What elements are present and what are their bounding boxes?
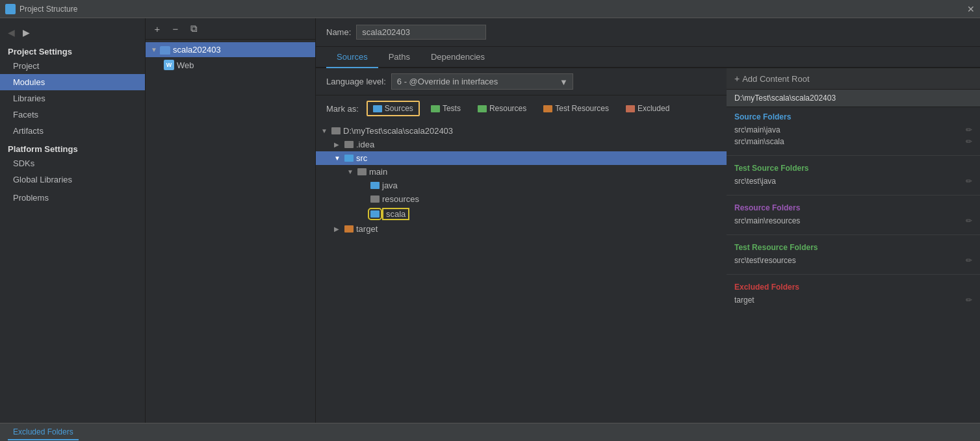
main-label: main <box>369 167 387 177</box>
divider-2 <box>727 195 980 195</box>
idea-label: .idea <box>356 140 374 149</box>
divider-1 <box>727 155 980 156</box>
testresources-folder-icon <box>543 105 552 112</box>
mark-testresources-button[interactable]: Test Resources <box>537 101 615 116</box>
sidebar-item-artifacts[interactable]: Artifacts <box>0 123 145 139</box>
sidebar-item-global-libraries[interactable]: Global Libraries <box>0 171 145 188</box>
tree-node-idea[interactable]: ▶ .idea <box>316 138 727 151</box>
sidebar-item-sdks[interactable]: SDKs <box>0 155 145 171</box>
tree-root-node[interactable]: ▼ D:\myTest\scala\scala202403 <box>316 124 727 138</box>
target-expand-arrow-icon: ▶ <box>334 225 342 233</box>
bottom-bar: Excluded Folders <box>0 423 980 441</box>
mark-sources-button[interactable]: Sources <box>367 101 420 116</box>
scala-folder-icon <box>370 210 380 218</box>
file-tree: ▼ D:\myTest\scala\scala202403 ▶ .idea ▼ <box>316 121 727 423</box>
resource-folders-title: Resource Folders <box>734 203 972 212</box>
edit-test-resource-path-button[interactable]: ✏ <box>966 256 972 265</box>
title-bar-title: Project Structure <box>19 5 77 14</box>
src-label: src <box>356 153 367 163</box>
mark-excluded-button[interactable]: Excluded <box>620 101 675 116</box>
module-item-web[interactable]: W Web <box>146 57 315 73</box>
source-path-text-2: src\main\scala <box>734 137 784 146</box>
module-item-scala202403[interactable]: ▼ scala202403 <box>146 42 315 57</box>
test-source-path-1: src\test\java ✏ <box>734 175 972 187</box>
info-panel: + Add Content Root D:\myTest\scala\scala… <box>727 68 980 423</box>
nav-forward-button[interactable]: ▶ <box>20 26 32 39</box>
edit-excluded-path-button[interactable]: ✏ <box>966 296 972 305</box>
name-row: Name: scala202403 <box>316 18 980 47</box>
edit-source-path-1-button[interactable]: ✏ <box>966 125 972 134</box>
remove-module-button[interactable]: − <box>169 22 182 35</box>
tree-node-src[interactable]: ▼ src <box>316 151 727 165</box>
excluded-path-1: target ✏ <box>734 294 972 306</box>
resources-label: resources <box>382 194 419 204</box>
tests-folder-icon <box>431 105 440 112</box>
add-content-root-button[interactable]: + Add Content Root <box>727 68 980 90</box>
tab-dependencies[interactable]: Dependencies <box>420 47 495 68</box>
add-module-button[interactable]: + <box>151 22 164 35</box>
web-module-icon: W <box>164 60 174 70</box>
sidebar-item-project[interactable]: Project <box>0 58 145 74</box>
module-toolbar: + − ⧉ <box>146 18 315 40</box>
sidebar: ◀ ▶ Project Settings Project Modules Lib… <box>0 18 146 423</box>
lang-level-select[interactable]: 6 - @Override in interfaces <box>391 73 573 90</box>
mark-as-label: Mark as: <box>326 104 359 114</box>
tab-sources[interactable]: Sources <box>326 47 378 68</box>
edit-source-path-2-button[interactable]: ✏ <box>966 137 972 146</box>
close-button[interactable]: ✕ <box>967 4 975 14</box>
bottom-tab-excluded[interactable]: Excluded Folders <box>8 425 79 440</box>
name-input[interactable]: scala202403 <box>356 25 486 40</box>
resource-folders-section: Resource Folders src\main\resources ✏ <box>727 198 980 232</box>
edit-resource-path-button[interactable]: ✏ <box>966 216 972 225</box>
mark-resources-button[interactable]: Resources <box>472 101 532 116</box>
sidebar-item-problems[interactable]: Problems <box>0 188 145 206</box>
sidebar-item-libraries[interactable]: Libraries <box>0 90 145 107</box>
mark-tests-button[interactable]: Tests <box>425 101 467 116</box>
test-resource-folders-section: Test Resource Folders src\test\resources… <box>727 238 980 271</box>
sources-folder-icon <box>373 105 382 112</box>
root-path-label: D:\myTest\scala\scala202403 <box>343 126 453 136</box>
sidebar-item-facets[interactable]: Facets <box>0 107 145 123</box>
tab-paths[interactable]: Paths <box>378 47 420 68</box>
platform-settings-title: Platform Settings <box>0 139 145 155</box>
excluded-path-text-1: target <box>734 296 754 305</box>
idea-expand-arrow-icon: ▶ <box>334 141 342 148</box>
src-folder-icon <box>344 155 354 162</box>
sidebar-nav: ◀ ▶ <box>0 23 145 44</box>
tree-node-resources[interactable]: resources <box>316 192 727 206</box>
main-container: ◀ ▶ Project Settings Project Modules Lib… <box>0 18 980 423</box>
sub-module-name: Web <box>177 60 194 70</box>
module-list: ▼ scala202403 W Web <box>146 40 315 423</box>
content-area: Language level: 6 - @Override in interfa… <box>316 68 980 423</box>
tree-node-scala[interactable]: scala <box>316 206 727 222</box>
project-structure-icon <box>5 4 16 14</box>
divider-3 <box>727 234 980 235</box>
edit-test-source-path-button[interactable]: ✏ <box>966 177 972 186</box>
test-resource-folders-title: Test Resource Folders <box>734 243 972 252</box>
lang-level-row: Language level: 6 - @Override in interfa… <box>316 68 727 95</box>
copy-module-button[interactable]: ⧉ <box>187 22 200 35</box>
tabs-row: Sources Paths Dependencies <box>316 47 980 68</box>
resources-folder-icon-tree <box>370 195 380 203</box>
source-folders-section: Source Folders src\main\java ✏ src\main\… <box>727 107 980 153</box>
module-folder-icon <box>160 46 170 54</box>
source-path-1: src\main\java ✏ <box>734 124 972 136</box>
tree-node-target[interactable]: ▶ target <box>316 222 727 236</box>
java-folder-icon <box>370 182 380 189</box>
source-path-2: src\main\scala ✏ <box>734 136 972 147</box>
root-folder-icon <box>331 127 341 134</box>
title-bar-left: Project Structure <box>5 4 77 14</box>
tree-node-java[interactable]: java <box>316 179 727 192</box>
test-source-path-text-1: src\test\java <box>734 177 776 186</box>
nav-back-button[interactable]: ◀ <box>5 26 18 39</box>
resource-path-text-1: src\main\resources <box>734 216 800 225</box>
source-folders-title: Source Folders <box>734 112 972 121</box>
tree-node-main[interactable]: ▼ main <box>316 165 727 179</box>
scala-label: scala <box>382 208 409 220</box>
lang-level-label: Language level: <box>326 77 386 86</box>
target-label: target <box>356 224 378 234</box>
module-panel: + − ⧉ ▼ scala202403 W Web <box>146 18 316 423</box>
sidebar-item-modules[interactable]: Modules <box>0 74 145 90</box>
main-folder-icon <box>357 168 367 175</box>
resource-path-1: src\main\resources ✏ <box>734 215 972 227</box>
